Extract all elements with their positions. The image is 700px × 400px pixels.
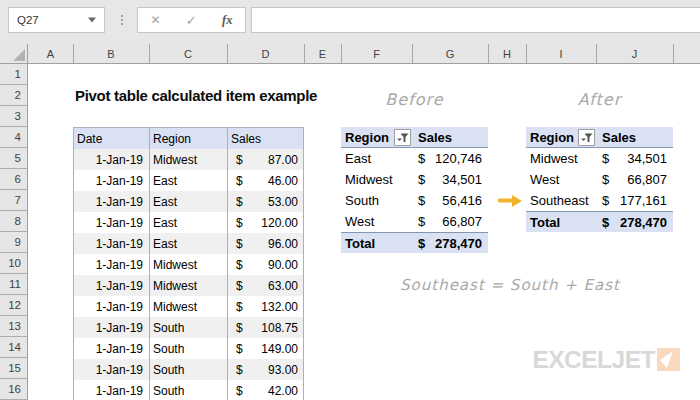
currency-symbol: $: [236, 258, 243, 272]
column-headers: A B C D E F G H I J: [0, 44, 700, 64]
name-box[interactable]: Q27: [8, 7, 105, 33]
row-header-6[interactable]: 6: [0, 169, 27, 190]
table-row[interactable]: 1-Jan-19 East $53.00: [74, 191, 303, 212]
region-cell: West: [341, 211, 412, 232]
region-cell: South: [150, 317, 228, 338]
amount-value: 96.00: [268, 237, 298, 251]
after-header-sales[interactable]: Sales: [596, 127, 673, 147]
row-header-9[interactable]: 9: [0, 232, 27, 253]
sales-cell: $34,501: [596, 148, 673, 169]
sales-cell: $63.00: [228, 275, 303, 296]
table-row[interactable]: West $66,807: [341, 211, 488, 232]
row-header-2[interactable]: 2: [0, 85, 27, 106]
table-row[interactable]: 1-Jan-19 Midwest $63.00: [74, 275, 303, 296]
currency-symbol: $: [602, 193, 609, 208]
filter-dropdown-icon[interactable]: [394, 129, 411, 146]
table-row[interactable]: 1-Jan-19 East $96.00: [74, 233, 303, 254]
after-total-row[interactable]: Total $278,470: [526, 211, 673, 232]
row-header-16[interactable]: 16: [0, 379, 27, 400]
column-header-g[interactable]: G: [412, 44, 488, 63]
formula-bar-splitter[interactable]: [117, 7, 127, 33]
table-row[interactable]: 1-Jan-19 South $42.00: [74, 380, 303, 400]
enter-icon[interactable]: ✓: [186, 13, 197, 28]
column-header-c[interactable]: C: [149, 44, 227, 63]
table-row[interactable]: 1-Jan-19 Midwest $90.00: [74, 254, 303, 275]
cancel-icon[interactable]: ✕: [151, 13, 161, 27]
table-row[interactable]: 1-Jan-19 South $93.00: [74, 359, 303, 380]
row-header-7[interactable]: 7: [0, 190, 27, 211]
table-row[interactable]: West $66,807: [526, 169, 673, 190]
sales-cell: $66,807: [596, 169, 673, 190]
table-row[interactable]: South $56,416: [341, 190, 488, 211]
table-row[interactable]: 1-Jan-19 Midwest $87.00: [74, 149, 303, 170]
row-header-14[interactable]: 14: [0, 337, 27, 358]
row-header-13[interactable]: 13: [0, 316, 27, 337]
region-cell: Midwest: [150, 149, 228, 170]
formula-buttons: ✕ ✓ fx: [137, 7, 246, 33]
row-header-5[interactable]: 5: [0, 148, 27, 169]
source-header-date[interactable]: Date: [74, 128, 150, 149]
column-header-a[interactable]: A: [28, 44, 73, 63]
column-header-f[interactable]: F: [341, 44, 412, 63]
sales-cell: $53.00: [228, 191, 303, 212]
currency-symbol: $: [236, 216, 243, 230]
before-total-row[interactable]: Total $278,470: [341, 232, 488, 253]
table-row[interactable]: 1-Jan-19 Midwest $132.00: [74, 296, 303, 317]
sales-cell: $278,470: [596, 212, 673, 232]
column-header-j[interactable]: J: [596, 44, 673, 63]
currency-symbol: $: [236, 300, 243, 314]
currency-symbol: $: [418, 151, 425, 166]
name-box-dropdown-icon[interactable]: [88, 18, 96, 23]
table-row[interactable]: Midwest $34,501: [526, 148, 673, 169]
before-label: Before: [341, 90, 488, 109]
source-header-sales[interactable]: Sales: [228, 128, 303, 149]
table-row[interactable]: Southeast $177,161: [526, 190, 673, 211]
currency-symbol: $: [418, 236, 425, 251]
formula-input[interactable]: [251, 7, 700, 33]
currency-symbol: $: [236, 279, 243, 293]
filter-dropdown-icon[interactable]: [578, 129, 595, 146]
exceljet-logo-icon: [657, 348, 680, 371]
sales-cell: $87.00: [228, 149, 303, 170]
after-pivot-header-row: Region Sales: [526, 127, 673, 148]
column-header-e[interactable]: E: [304, 44, 341, 63]
column-header-h[interactable]: H: [488, 44, 526, 63]
table-row[interactable]: 1-Jan-19 East $120.00: [74, 212, 303, 233]
currency-symbol: $: [236, 342, 243, 356]
source-header-region[interactable]: Region: [150, 128, 228, 149]
amount-value: 278,470: [620, 215, 667, 230]
table-row[interactable]: 1-Jan-19 South $108.75: [74, 317, 303, 338]
row-header-8[interactable]: 8: [0, 211, 27, 232]
before-header-sales[interactable]: Sales: [412, 127, 488, 147]
table-row[interactable]: 1-Jan-19 South $149.00: [74, 338, 303, 359]
highlight-arrow-icon: [496, 193, 524, 209]
splitter-dot: [121, 15, 123, 17]
table-row[interactable]: Midwest $34,501: [341, 169, 488, 190]
row-header-4[interactable]: 4: [0, 127, 27, 148]
row-header-3[interactable]: 3: [0, 106, 27, 127]
column-header-d[interactable]: D: [227, 44, 304, 63]
date-cell: 1-Jan-19: [74, 359, 150, 380]
total-label-cell: Total: [341, 233, 412, 253]
insert-function-icon[interactable]: fx: [222, 13, 232, 28]
select-all-corner[interactable]: [0, 44, 28, 64]
amount-value: 93.00: [268, 363, 298, 377]
region-cell: East: [341, 148, 412, 169]
row-header-15[interactable]: 15: [0, 358, 27, 379]
row-header-10[interactable]: 10: [0, 253, 27, 274]
row-header-12[interactable]: 12: [0, 295, 27, 316]
column-separator-line: [488, 44, 489, 63]
currency-symbol: $: [236, 384, 243, 398]
amount-value: 34,501: [627, 151, 667, 166]
region-cell: South: [150, 338, 228, 359]
date-cell: 1-Jan-19: [74, 191, 150, 212]
region-cell: Midwest: [150, 254, 228, 275]
currency-symbol: $: [236, 195, 243, 209]
row-header-1[interactable]: 1: [0, 64, 27, 85]
column-header-b[interactable]: B: [73, 44, 149, 63]
row-header-11[interactable]: 11: [0, 274, 27, 295]
currency-symbol: $: [236, 321, 243, 335]
table-row[interactable]: 1-Jan-19 East $46.00: [74, 170, 303, 191]
column-header-i[interactable]: I: [526, 44, 596, 63]
table-row[interactable]: East $120,746: [341, 148, 488, 169]
